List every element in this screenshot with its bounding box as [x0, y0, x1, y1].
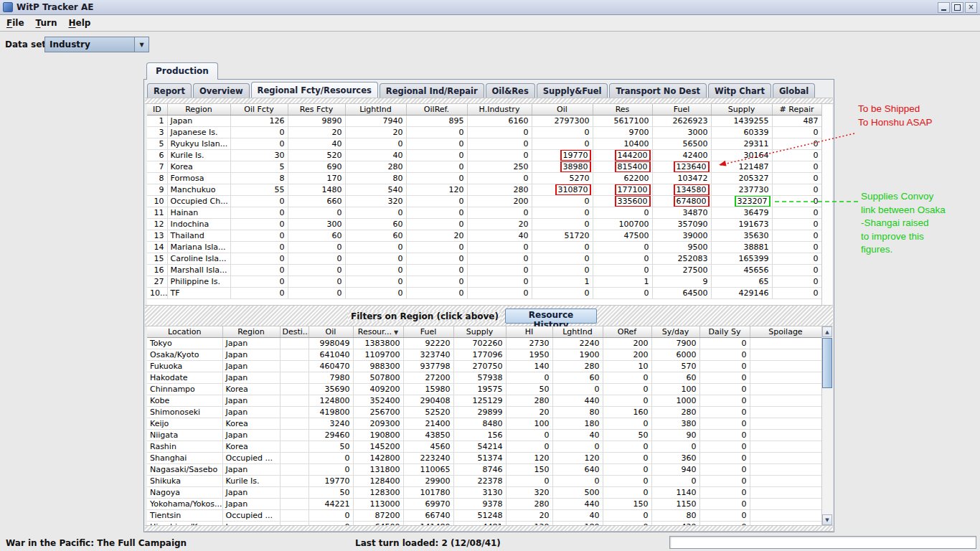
cell: 51720: [532, 230, 593, 242]
tab-overview[interactable]: Overview: [193, 83, 250, 98]
column-header-supply[interactable]: Supply: [711, 104, 772, 116]
tab-production[interactable]: Production: [146, 62, 218, 80]
cell: 180: [552, 418, 603, 430]
table-row[interactable]: 16Marshall Isla...000000027500456560: [147, 265, 821, 276]
column-header-oref[interactable]: ORef: [603, 326, 651, 338]
menu-item-file[interactable]: File: [1, 15, 31, 30]
table-row[interactable]: 27Philippine Is.00000119650: [147, 276, 821, 288]
tab-witp-chart[interactable]: Witp Chart: [708, 83, 771, 98]
column-header-daily-sy[interactable]: Daily Sy: [699, 326, 750, 338]
column-header-spoilage[interactable]: Spoilage: [750, 326, 821, 338]
column-header-lghtind[interactable]: LghtInd: [552, 326, 603, 338]
column-header-supply[interactable]: Supply: [453, 326, 506, 338]
cell: 0: [532, 288, 593, 299]
table-row[interactable]: Osaka/KyotoJapan641040110970032374017709…: [147, 349, 821, 361]
column-header-region[interactable]: Region: [222, 326, 280, 338]
cell: Osaka/Kyoto: [147, 349, 222, 361]
close-button[interactable]: ×: [965, 2, 977, 13]
cell: 815400: [593, 161, 652, 173]
table-row[interactable]: RashinKorea5014520045605421400000: [147, 441, 821, 453]
column-header-id[interactable]: ID: [147, 104, 167, 116]
table-row[interactable]: 5Ryukyu Islan...04000001040056500293110: [147, 138, 821, 150]
dataset-combobox[interactable]: Industry ▼: [44, 37, 149, 52]
tab-regional-ind-repair[interactable]: Regional Ind/Repair: [380, 83, 484, 98]
column-header-resour[interactable]: Resour...▼: [353, 326, 403, 338]
table-row[interactable]: 10Occupied Ch...066032002000335600674800…: [147, 196, 821, 207]
cell: 57938: [453, 372, 506, 384]
column-header-desti[interactable]: Desti...: [280, 326, 308, 338]
table-row[interactable]: NiigataJapan294601908004385015604050900: [147, 430, 821, 441]
tab-supply-fuel[interactable]: Supply&Fuel: [537, 83, 608, 98]
table-row[interactable]: ShikukaKurile Is.19770128400299002237800…: [147, 476, 821, 487]
column-header-location[interactable]: Location: [147, 326, 222, 338]
column-header-fuel[interactable]: Fuel: [403, 326, 453, 338]
tab-oil-res[interactable]: Oil&Res: [486, 83, 535, 98]
menu-item-turn[interactable]: Turn: [31, 15, 64, 30]
minimize-button[interactable]: [938, 2, 950, 13]
column-header-oil-fcty[interactable]: Oil Fcty: [230, 104, 288, 116]
scroll-up-button[interactable]: ▲: [822, 326, 832, 337]
table-row[interactable]: 14Mariana Isla...00000009500388810: [147, 242, 821, 253]
cell: 20: [406, 230, 467, 242]
table-row[interactable]: NagoyaJapan50128300101780313032050001140…: [147, 487, 821, 499]
region-table-scrollbar[interactable]: [821, 104, 832, 305]
resource-history-button[interactable]: Resource History: [505, 309, 597, 324]
maximize-button[interactable]: [951, 2, 963, 13]
cell: 30: [230, 150, 288, 161]
column-header-h-industry[interactable]: H.Industry: [467, 104, 532, 116]
table-row[interactable]: 8Formosa817080005270622001034722053270: [147, 173, 821, 184]
tab-global[interactable]: Global: [773, 83, 815, 98]
table-row[interactable]: KeijoKorea324020930021400848010018003800: [147, 418, 821, 430]
column-header-oil[interactable]: Oil: [532, 104, 593, 116]
table-row[interactable]: Nagasaki/SaseboJapan01318001100658746150…: [147, 464, 821, 476]
table-row[interactable]: 15Caroline Isla...00000002520831653990: [147, 253, 821, 265]
column-header-res-fcty[interactable]: Res Fcty: [288, 104, 345, 116]
table-row[interactable]: 6Kurile Is.30520400019770144200424003016…: [147, 150, 821, 161]
cell: 43850: [403, 430, 453, 441]
table-row[interactable]: Yokohama/Yokos...Japan442211130006997093…: [147, 499, 821, 510]
table-row[interactable]: 7Korea5690280025038980815400123640121487…: [147, 161, 821, 173]
scroll-down-button[interactable]: ▼: [822, 514, 832, 525]
column-header-region[interactable]: Region: [167, 104, 230, 116]
table-row[interactable]: 9Manchukuo551480540120280310870177100134…: [147, 184, 821, 196]
table-row[interactable]: 13Thailand060602040517204750039000356300: [147, 230, 821, 242]
cell: 120: [552, 453, 603, 464]
column-header-res[interactable]: Res: [593, 104, 652, 116]
cell: Japan: [222, 430, 280, 441]
location-table-scrollbar[interactable]: ▲ ▼: [821, 326, 832, 525]
combo-arrow-button[interactable]: ▼: [134, 37, 149, 52]
table-row[interactable]: TientsinOccupied ...08720066740512482040…: [147, 510, 821, 522]
table-row[interactable]: FukuokaJapan4604709883009377982707501402…: [147, 361, 821, 372]
cell: 0: [699, 464, 750, 476]
table-row[interactable]: HakodateJapan798050780027200579380600600: [147, 372, 821, 384]
table-row[interactable]: 1Japan1269890794089561602797300561710026…: [147, 116, 821, 127]
menu-item-help[interactable]: Help: [63, 15, 97, 30]
status-input[interactable]: [669, 536, 976, 549]
column-header-sy-day[interactable]: Sy/day: [651, 326, 699, 338]
table-row[interactable]: ShanghaiOccupied ...01428002232405137412…: [147, 453, 821, 464]
column-header-oil[interactable]: Oil: [308, 326, 353, 338]
column-header-lightind[interactable]: LightInd: [345, 104, 406, 116]
column-header-fuel[interactable]: Fuel: [652, 104, 711, 116]
table-row[interactable]: 10...TF0000000645004291460: [147, 288, 821, 299]
column-header-oilref[interactable]: OilRef.: [406, 104, 467, 116]
table-row[interactable]: TokyoJapan998049138380092220702260273022…: [147, 338, 821, 349]
cell: [280, 453, 308, 464]
cell: Mariana Isla...: [167, 242, 230, 253]
table-row[interactable]: KobeJapan1248003524002904081251292804400…: [147, 395, 821, 407]
column-header-hi[interactable]: HI: [506, 326, 552, 338]
table-row[interactable]: 3Japanese Is.0202000097003000603390: [147, 127, 821, 138]
scrollbar-thumb[interactable]: [822, 338, 832, 388]
cell: 300: [288, 219, 345, 230]
table-row[interactable]: ChinnampoKorea35690409200159801957550001…: [147, 384, 821, 395]
table-row[interactable]: ShimonosekiJapan419800256700525202989920…: [147, 407, 821, 418]
tab-regional-fcty-resources[interactable]: Regional Fcty/Resources: [251, 82, 378, 98]
table-row[interactable]: 12Indochina03006002001007003570901916730: [147, 219, 821, 230]
cell: 290408: [403, 395, 453, 407]
table-row[interactable]: 11Hainan000000034870364790: [147, 207, 821, 219]
cell: 1150: [651, 499, 699, 510]
column-header-repair[interactable]: # Repair: [772, 104, 821, 116]
tab-transport-no-dest[interactable]: Transport No Dest: [609, 83, 707, 98]
tab-report[interactable]: Report: [147, 83, 192, 98]
cell: 0: [603, 476, 651, 487]
